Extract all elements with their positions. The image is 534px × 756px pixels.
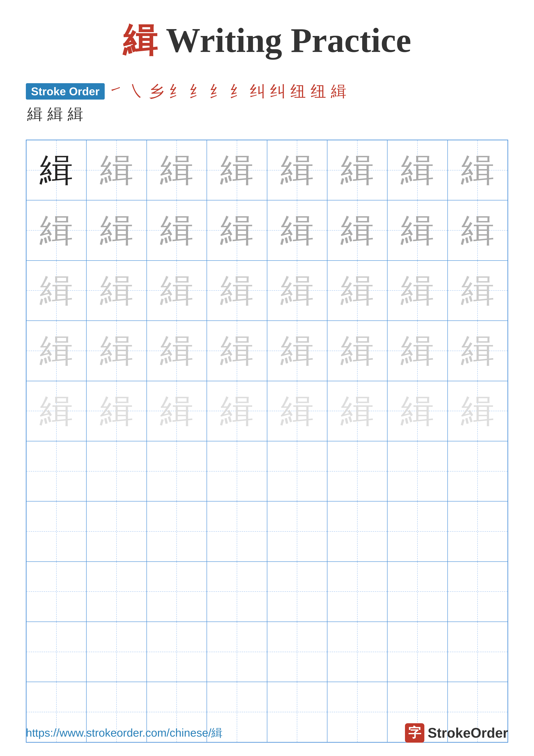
title-chinese-char: 緝 — [123, 21, 157, 60]
stroke-7: 纟 — [230, 81, 245, 102]
practice-char: 緝 — [280, 274, 314, 307]
grid-cell[interactable] — [267, 562, 327, 622]
grid-cell[interactable]: 緝 — [87, 321, 146, 381]
grid-cell[interactable]: 緝 — [387, 381, 447, 441]
grid-cell[interactable]: 緝 — [26, 321, 87, 381]
stroke-12: 緝 — [331, 81, 346, 102]
grid-cell[interactable] — [327, 622, 387, 682]
grid-row-8 — [26, 562, 508, 622]
footer-url[interactable]: https://www.strokeorder.com/chinese/緝 — [26, 725, 222, 741]
grid-row-6 — [26, 441, 508, 501]
grid-cell[interactable]: 緝 — [147, 200, 207, 260]
grid-cell[interactable]: 緝 — [267, 321, 327, 381]
practice-char: 緝 — [39, 394, 73, 428]
grid-cell[interactable]: 緝 — [447, 140, 508, 200]
grid-cell[interactable]: 緝 — [267, 140, 327, 200]
practice-char: 緝 — [220, 334, 254, 367]
grid-cell[interactable] — [447, 622, 508, 682]
grid-cell[interactable] — [387, 562, 447, 622]
footer-brand: 字 StrokeOrder — [405, 723, 508, 742]
practice-char: 緝 — [280, 394, 314, 428]
practice-char: 緝 — [341, 214, 374, 247]
grid-cell[interactable]: 緝 — [87, 140, 146, 200]
grid-cell[interactable]: 緝 — [327, 200, 387, 260]
grid-cell[interactable] — [26, 562, 87, 622]
practice-char: 緝 — [461, 214, 495, 247]
grid-cell[interactable] — [26, 501, 87, 561]
grid-cell[interactable]: 緝 — [147, 140, 207, 200]
stroke-1: ㇀ — [108, 81, 124, 102]
practice-char: 緝 — [220, 214, 254, 247]
grid-cell[interactable] — [147, 501, 207, 561]
grid-cell[interactable]: 緝 — [387, 200, 447, 260]
grid-cell[interactable]: 緝 — [387, 140, 447, 200]
grid-cell[interactable]: 緝 — [327, 321, 387, 381]
grid-cell[interactable]: 緝 — [207, 260, 267, 321]
grid-cell[interactable] — [327, 562, 387, 622]
grid-cell[interactable]: 緝 — [327, 140, 387, 200]
grid-cell[interactable]: 緝 — [147, 321, 207, 381]
grid-cell[interactable] — [387, 441, 447, 501]
grid-cell[interactable]: 緝 — [447, 321, 508, 381]
grid-cell[interactable] — [87, 622, 146, 682]
grid-cell[interactable]: 緝 — [26, 260, 87, 321]
grid-cell[interactable] — [26, 622, 87, 682]
grid-cell[interactable] — [387, 622, 447, 682]
practice-char: 緝 — [401, 274, 434, 307]
practice-char: 緝 — [39, 274, 73, 307]
stroke-4: 纟 — [169, 81, 184, 102]
practice-char: 緝 — [39, 153, 73, 187]
grid-cell[interactable]: 緝 — [267, 200, 327, 260]
grid-cell[interactable]: 緝 — [267, 381, 327, 441]
grid-cell[interactable]: 緝 — [147, 381, 207, 441]
grid-cell[interactable] — [447, 562, 508, 622]
grid-cell[interactable]: 緝 — [87, 260, 146, 321]
grid-cell[interactable] — [267, 501, 327, 561]
grid-cell[interactable] — [207, 562, 267, 622]
grid-cell[interactable]: 緝 — [207, 140, 267, 200]
grid-cell[interactable] — [26, 441, 87, 501]
grid-cell[interactable] — [207, 441, 267, 501]
grid-cell[interactable] — [87, 562, 146, 622]
grid-cell[interactable] — [87, 501, 146, 561]
grid-cell[interactable]: 緝 — [207, 381, 267, 441]
stroke-15: 緝 — [68, 104, 83, 124]
grid-cell[interactable] — [267, 622, 327, 682]
practice-char: 緝 — [401, 394, 434, 428]
grid-cell[interactable]: 緝 — [447, 200, 508, 260]
grid-cell[interactable]: 緝 — [327, 260, 387, 321]
grid-cell[interactable] — [327, 501, 387, 561]
grid-cell[interactable]: 緝 — [387, 321, 447, 381]
grid-cell[interactable]: 緝 — [87, 381, 146, 441]
grid-cell[interactable] — [267, 441, 327, 501]
grid-cell[interactable] — [87, 441, 146, 501]
grid-cell[interactable] — [207, 622, 267, 682]
grid-cell[interactable] — [447, 501, 508, 561]
grid-cell[interactable] — [147, 441, 207, 501]
grid-cell[interactable]: 緝 — [327, 381, 387, 441]
grid-row-9 — [26, 622, 508, 682]
practice-char: 緝 — [100, 334, 133, 367]
grid-cell[interactable]: 緝 — [26, 200, 87, 260]
grid-cell[interactable]: 緝 — [447, 260, 508, 321]
practice-char: 緝 — [100, 274, 133, 307]
practice-char: 緝 — [461, 274, 495, 307]
grid-cell[interactable]: 緝 — [387, 260, 447, 321]
grid-cell[interactable] — [447, 441, 508, 501]
grid-cell[interactable]: 緝 — [26, 381, 87, 441]
practice-char: 緝 — [100, 214, 133, 247]
grid-cell[interactable]: 緝 — [447, 381, 508, 441]
grid-cell[interactable]: 緝 — [267, 260, 327, 321]
grid-cell[interactable] — [327, 441, 387, 501]
grid-cell[interactable] — [147, 622, 207, 682]
practice-char: 緝 — [401, 214, 434, 247]
grid-cell[interactable]: 緝 — [87, 200, 146, 260]
grid-cell[interactable]: 緝 — [207, 321, 267, 381]
grid-cell[interactable]: 緝 — [207, 200, 267, 260]
grid-cell[interactable] — [147, 562, 207, 622]
grid-cell[interactable] — [387, 501, 447, 561]
practice-char: 緝 — [160, 334, 193, 367]
grid-cell[interactable] — [207, 501, 267, 561]
grid-cell[interactable]: 緝 — [147, 260, 207, 321]
grid-cell[interactable]: 緝 — [26, 140, 87, 200]
